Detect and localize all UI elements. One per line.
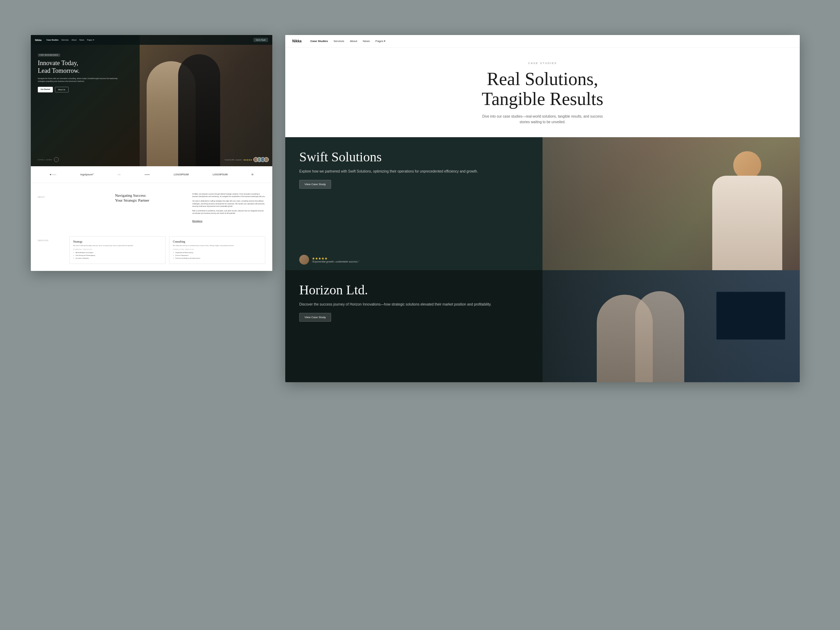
strategy-item-2: Goal Setting and Roadmapping: [73, 254, 162, 256]
about-us-button[interactable]: About Us: [55, 87, 69, 92]
horizon-desc: Discover the success journey of Horizon …: [299, 302, 554, 307]
swift-title: Swift Solutions: [299, 150, 554, 164]
strategy-item-3: Innovation Integration: [73, 257, 162, 259]
strategy-item-1: Market Analysis and Insights: [73, 252, 162, 253]
scroll-circle[interactable]: ↓: [54, 157, 59, 162]
cs-desc: Dive into our case studies—real-world so…: [480, 114, 605, 125]
about-label: ABOUT: [38, 195, 45, 198]
hero-section: FOR BUSINESSES Innovate Today,Lead Tomor…: [31, 35, 272, 166]
consulting-item-1: Organizational Restructuring: [173, 252, 261, 253]
swift-quote: "Exponential growth—undeniable success.": [312, 261, 359, 263]
swift-view-case-button[interactable]: View Case Study: [299, 180, 331, 189]
swift-photo: [543, 137, 800, 270]
hero-stars: ★★★★★: [243, 159, 252, 161]
services-section: SERVICES Strategy We craft a roadmap tha…: [31, 233, 272, 271]
case-studies-header: CASE STUDIES Real Solutions,Tangible Res…: [285, 47, 800, 137]
logo-6: LOGOIPSUM: [213, 173, 228, 176]
swift-content: Swift Solutions Explore how we partnered…: [285, 137, 568, 201]
logo-2: logolpsum°: [80, 173, 93, 176]
nav-link-case-studies[interactable]: Case Studies: [47, 39, 59, 41]
consulting-title: Consulting: [173, 240, 261, 243]
cs-title: Real Solutions,Tangible Results: [306, 69, 779, 109]
consulting-list: Organizational Restructuring Process Opt…: [173, 252, 261, 259]
strategy-desc: We craft a roadmap that aligns with your…: [73, 245, 162, 247]
swift-stars: ★★★★★: [312, 257, 359, 261]
strategy-list: Market Analysis and Insights Goal Settin…: [73, 252, 162, 259]
horizon-view-case-button[interactable]: View Case Study: [299, 313, 331, 322]
about-label-col: ABOUT: [38, 193, 111, 223]
hero-figures: [140, 35, 273, 166]
scroll-arrow-icon: ↓: [56, 159, 57, 161]
consulting-item-3: Performance Analysis and Improvement: [173, 257, 261, 259]
right-nav-services[interactable]: Services: [333, 39, 344, 43]
get-in-touch-button[interactable]: Get in Touch: [253, 38, 268, 42]
logo-5: LOGOIPSUM: [174, 173, 189, 176]
about-para-1: At Nikka, we empower success through tai…: [192, 193, 265, 198]
person-head: [733, 151, 761, 179]
left-nav-links: Case Studies Services About News Pages ▾: [47, 39, 253, 41]
gf-person-2: [635, 291, 684, 382]
services-label-col: SERVICES: [38, 236, 66, 264]
right-nav-case-studies[interactable]: Case Studies: [311, 39, 328, 43]
avatar-4: [264, 157, 269, 162]
swift-testimonial-content: ★★★★★ "Exponential growth—undeniable suc…: [312, 257, 359, 263]
gf-screen: [716, 291, 786, 340]
about-heading-col: Navigating Success:Your Strategic Partne…: [115, 193, 188, 223]
swift-desc: Explore how we partnered with Swift Solu…: [299, 169, 554, 174]
right-logo[interactable]: Nikka: [292, 39, 302, 43]
right-nav: Nikka Case Studies Services About News P…: [285, 35, 800, 47]
right-nav-news[interactable]: News: [363, 39, 370, 43]
scroll-text: SCROLL DOWN: [38, 159, 52, 161]
logo-4: ∞∞∞: [145, 173, 150, 176]
figure-right: [178, 54, 220, 166]
cs-label: CASE STUDIES: [306, 62, 779, 65]
nav-link-services[interactable]: Services: [61, 39, 69, 41]
more-about-us-link[interactable]: More about us: [192, 220, 202, 222]
hero-badge: FOR BUSINESSES: [38, 54, 60, 57]
consulting-sub-label: CONSULTING SERVICES: [173, 249, 261, 250]
strategy-card: Strategy We craft a roadmap that aligns …: [69, 236, 166, 264]
consulting-card: Consulting We collaborate with you to un…: [169, 236, 265, 264]
swift-solutions-card: Swift Solutions Explore how we partnered…: [285, 137, 800, 270]
person-body: [712, 176, 782, 270]
logos-strip: ■ ○○○ logolpsum° ○○ ∞∞∞ LOGOIPSUM LOGOIP…: [31, 166, 272, 183]
person-figure: [709, 151, 786, 270]
horizon-title: Horizon Ltd.: [299, 283, 554, 297]
about-para-3: With a commitment to excellence, innovat…: [192, 210, 265, 215]
horizon-card: Horizon Ltd. Discover the success journe…: [285, 270, 800, 382]
consulting-item-2: Process Optimization: [173, 254, 261, 256]
swift-testimonial: ★★★★★ "Exponential growth—undeniable suc…: [299, 255, 359, 265]
strategy-title: Strategy: [73, 240, 162, 243]
right-nav-about[interactable]: About: [350, 39, 357, 43]
nav-link-about[interactable]: About: [71, 39, 76, 41]
right-nav-links: Case Studies Services About News Pages ▾: [311, 39, 793, 43]
hero-testimonial: Trusted by 500+ companies ★★★★★: [225, 157, 269, 162]
horizon-content: Horizon Ltd. Discover the success journe…: [285, 270, 568, 334]
scroll-down[interactable]: SCROLL DOWN ↓: [38, 157, 59, 162]
nav-link-pages[interactable]: Pages ▾: [87, 39, 94, 41]
right-website-mockup: Nikka Case Studies Services About News P…: [285, 35, 800, 382]
logo-1: ■ ○○○: [50, 173, 56, 176]
left-website-mockup: Nikka Case Studies Services About News P…: [31, 35, 272, 271]
about-para-2: Our team is dedicated to crafting strate…: [192, 200, 265, 208]
group-figures: [583, 284, 793, 382]
avatar-group: [253, 157, 269, 162]
logo-3: ○○: [118, 173, 120, 176]
nav-link-news[interactable]: News: [79, 39, 84, 41]
hero-buttons: Get Started About Us: [38, 87, 118, 92]
left-nav: Nikka Case Studies Services About News P…: [31, 35, 272, 45]
swift-avatar: [299, 255, 309, 265]
strategy-sub-label: STRATEGY SERVICES: [73, 249, 162, 250]
get-started-button[interactable]: Get Started: [38, 87, 53, 92]
horizon-photo: [543, 270, 800, 382]
about-heading: Navigating Success:Your Strategic Partne…: [115, 193, 188, 203]
about-text-col: At Nikka, we empower success through tai…: [192, 193, 265, 223]
left-logo[interactable]: Nikka: [35, 39, 42, 41]
about-section: ABOUT Navigating Success:Your Strategic …: [31, 183, 272, 233]
services-label: SERVICES: [38, 238, 49, 242]
hero-subtitle: Navigate the future with our innovative …: [38, 77, 118, 83]
right-nav-pages[interactable]: Pages ▾: [376, 39, 386, 43]
logo-7: N: [252, 173, 253, 176]
hero-content: FOR BUSINESSES Innovate Today,Lead Tomor…: [38, 51, 118, 92]
consulting-desc: We collaborate with you to understand yo…: [173, 245, 261, 247]
